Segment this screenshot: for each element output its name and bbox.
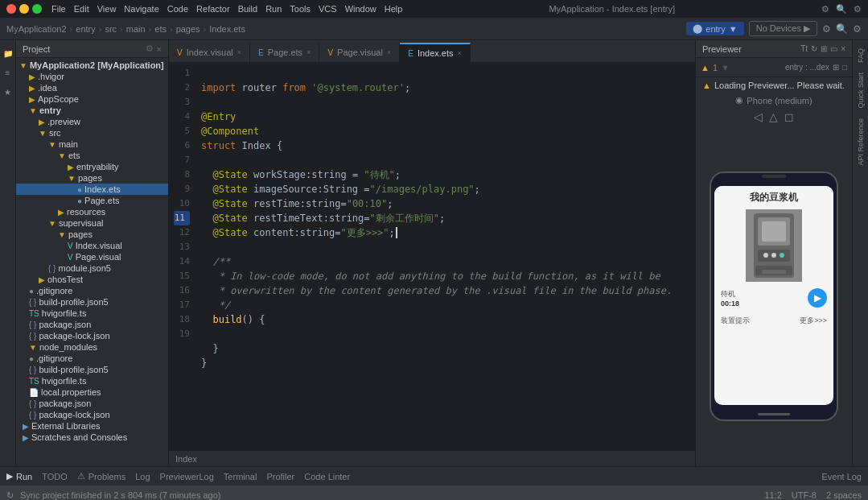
bottom-tab-todo[interactable]: TODO (42, 472, 68, 481)
tab-page-ets[interactable]: E Page.ets × (250, 43, 319, 62)
tree-item-scratches[interactable]: ▶ Scratches and Consoles (16, 432, 168, 443)
tree-item-gitignore2[interactable]: ● .gitignore (16, 353, 168, 364)
run-icon: ▶ (6, 471, 13, 481)
menu-edit[interactable]: Edit (74, 4, 89, 14)
previewer-grid2[interactable]: ⊞ (833, 63, 839, 72)
menu-navigate[interactable]: Navigate (124, 4, 158, 14)
previewer-toolbar: ▲ 1 ▼ entry : ...dex ⊞ □ (696, 58, 852, 77)
tree-item-package-lock1[interactable]: { } package-lock.json (16, 330, 168, 341)
tree-item-package-json2[interactable]: { } package.json (16, 398, 168, 409)
bottom-tab-previewer-log[interactable]: PreviewerLog (160, 472, 214, 481)
previewer-warning-sep: ▼ (721, 63, 730, 72)
bottom-tab-log[interactable]: Log (135, 472, 150, 481)
toolbar-settings[interactable]: ⚙ (822, 23, 831, 35)
tree-item-build-profile1[interactable]: { } build-profile.json5 (16, 296, 168, 308)
tree-item-src[interactable]: ▼ src (16, 127, 168, 138)
tree-item-resources[interactable]: ▶ resources (16, 206, 168, 217)
tab-page-visual[interactable]: V Page.visual × (319, 43, 400, 62)
tree-item-hvigor[interactable]: ▶ .hvigor (16, 71, 168, 82)
tree-item-hvigorfile1[interactable]: TS hvigorfile.ts (16, 308, 168, 319)
project-close-icon[interactable]: × (157, 44, 162, 54)
tab-index-ets[interactable]: E Index.ets × (400, 43, 471, 62)
menu-vcs[interactable]: VCS (319, 4, 337, 14)
bottom-tab-run[interactable]: ▶ Run (6, 471, 32, 481)
previewer-close2[interactable]: □ (842, 63, 847, 72)
bottom-tab-event-log[interactable]: Event Log (821, 472, 862, 481)
entry-selector[interactable]: ⬤ entry ▼ (686, 22, 743, 35)
maximize-button[interactable] (32, 4, 42, 14)
previewer-tt[interactable]: Tt (800, 44, 808, 53)
project-settings-icon[interactable]: ⚙ (146, 43, 154, 54)
encoding-indicator[interactable]: UTF-8 (792, 490, 817, 500)
svg-point-4 (763, 253, 768, 258)
bottom-tab-code-linter[interactable]: Code Linter (304, 472, 350, 481)
app-status-area: 待机 00:18 (721, 289, 739, 308)
tree-item-ets[interactable]: ▼ ets (16, 150, 168, 161)
tree-item-supervisual-pages[interactable]: ▼ pages (16, 229, 168, 240)
right-tab-quick-start[interactable]: Quick Start (855, 68, 866, 114)
menu-view[interactable]: View (97, 4, 117, 14)
tree-item-module-json[interactable]: { } module.json5 (16, 262, 168, 274)
sidebar-structure-icon[interactable]: ≡ (2, 66, 14, 79)
menu-help[interactable]: Help (385, 4, 403, 14)
tree-item-appscope[interactable]: ▶ AppScope (16, 93, 168, 105)
menu-code[interactable]: Code (167, 4, 188, 14)
line-col-indicator[interactable]: 11:2 (764, 490, 781, 500)
close-button[interactable] (6, 4, 16, 14)
tree-item-entry[interactable]: ▼ entry (16, 105, 168, 116)
tree-item-hvigorfile2[interactable]: TS hvigorfile.ts (16, 375, 168, 386)
right-tab-faq[interactable]: FAQ (855, 43, 866, 68)
nav-back-icon[interactable]: ◻ (784, 110, 794, 123)
nav-prev-icon[interactable]: ◁ (754, 110, 763, 123)
tree-item-gitignore1[interactable]: ● .gitignore (16, 285, 168, 296)
device-selector[interactable]: No Devices ▶ (749, 21, 817, 36)
tree-item-preview[interactable]: ▶ .preview (16, 116, 168, 127)
spaces-indicator[interactable]: 2 spaces (826, 490, 862, 500)
tree-item-pages[interactable]: ▼ pages (16, 172, 168, 184)
title-bar-left: File Edit View Navigate Code Refactor Bu… (6, 4, 402, 14)
tree-item-index-visual[interactable]: V Index.visual (16, 240, 168, 251)
tab-index-visual[interactable]: V Index.visual × (169, 43, 250, 62)
tree-item-package-lock2[interactable]: { } package-lock.json (16, 409, 168, 420)
app-play-button[interactable]: ▶ (808, 288, 827, 308)
bottom-tab-terminal[interactable]: Terminal (224, 472, 257, 481)
bottom-tab-profiler[interactable]: Profiler (266, 472, 294, 481)
right-tab-bar: FAQ Quick Start API Reference (852, 40, 868, 466)
sidebar-favorites-icon[interactable]: ★ (2, 85, 14, 98)
tree-item-page-ets[interactable]: ● Page.ets (16, 195, 168, 206)
tree-item-local-properties[interactable]: 📄 local.properties (16, 386, 168, 398)
minimize-button[interactable] (19, 4, 29, 14)
menu-tools[interactable]: Tools (290, 4, 311, 14)
tree-item-ohostest[interactable]: ▶ ohosTest (16, 274, 168, 285)
menu-build[interactable]: Build (238, 4, 257, 14)
menu-refactor[interactable]: Refactor (196, 4, 230, 14)
tree-item-package-json1[interactable]: { } package.json (16, 319, 168, 330)
previewer-split[interactable]: ▭ (830, 44, 837, 53)
previewer-refresh[interactable]: ↻ (811, 44, 817, 53)
toolbar-gear[interactable]: ⚙ (853, 23, 862, 35)
tree-item-index-ets[interactable]: ● Index.ets (16, 184, 168, 195)
right-tab-api-reference[interactable]: API Reference (855, 114, 866, 171)
tree-item-entryability[interactable]: ▶ entryability (16, 161, 168, 172)
code-content[interactable]: import router from '@system.router'; @En… (195, 63, 695, 450)
tree-item-root[interactable]: ▼ MyApplication2 [MyApplication] (16, 60, 168, 71)
menu-window[interactable]: Window (345, 4, 376, 14)
menu-run[interactable]: Run (265, 4, 282, 14)
tree-item-node-modules[interactable]: ▼ node_modules (16, 341, 168, 353)
tree-item-build-profile2[interactable]: { } build-profile.json5 (16, 364, 168, 375)
nav-home-icon[interactable]: △ (769, 110, 778, 123)
previewer-close[interactable]: × (841, 44, 845, 53)
tree-item-external-libraries[interactable]: ▶ External Libraries (16, 420, 168, 432)
tree-item-main[interactable]: ▼ main (16, 138, 168, 150)
app-machine-image (746, 209, 802, 282)
menu-file[interactable]: File (51, 4, 66, 14)
app-status-label: 待机 (721, 289, 739, 300)
project-panel: Project ⚙ × ▼ MyApplication2 [MyApplicat… (16, 40, 169, 466)
tree-item-page-visual[interactable]: V Page.visual (16, 251, 168, 262)
toolbar-search[interactable]: 🔍 (836, 23, 848, 35)
sidebar-project-icon[interactable]: 📁 (2, 47, 14, 60)
tree-item-supervisual[interactable]: ▼ supervisual (16, 217, 168, 229)
bottom-tab-problems[interactable]: ⚠ Problems (77, 471, 125, 481)
tree-item-idea[interactable]: ▶ .idea (16, 82, 168, 93)
previewer-grid[interactable]: ⊞ (821, 44, 827, 53)
